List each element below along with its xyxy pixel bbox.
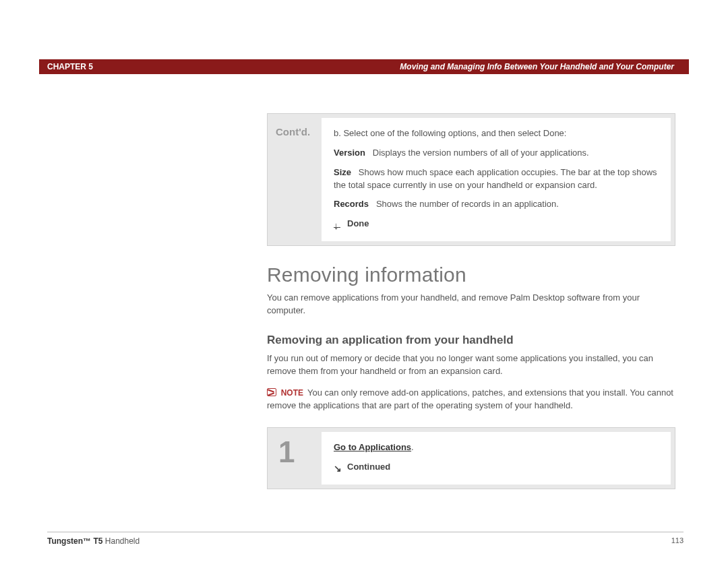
step-body-1: Go to Applications. Continued	[322, 432, 671, 485]
section-paragraph: You can remove applications from your ha…	[267, 292, 675, 317]
term-version: Version	[334, 148, 365, 158]
continued-label: Continued	[347, 461, 390, 474]
chapter-title: Moving and Managing Info Between Your Ha…	[400, 62, 674, 71]
arrow-down-icon	[334, 220, 343, 229]
subsection-heading: Removing an application from your handhe…	[267, 334, 675, 347]
note-label: NOTE	[281, 388, 303, 398]
term-records: Records	[334, 199, 369, 209]
done-label: Done	[347, 218, 369, 230]
def-records: Records Shows the number of records in a…	[334, 198, 659, 211]
subsection-paragraph: If you run out of memory or decide that …	[267, 352, 675, 378]
step-body-contd: b. Select one of the following options, …	[322, 118, 671, 241]
def-size: Size Shows how much space each applicati…	[334, 166, 659, 192]
arrow-diagonal-icon	[334, 462, 343, 472]
section-heading: Removing information	[267, 263, 675, 286]
desc-records: Shows the number of records in an applic…	[376, 199, 559, 209]
desc-size: Shows how much space each application oc…	[334, 167, 657, 190]
chapter-header: CHAPTER 5 Moving and Managing Info Betwe…	[39, 59, 689, 74]
step-box-contd: Cont'd. b. Select one of the following o…	[267, 113, 675, 246]
footer-product: Tungsten™ T5 Handheld	[47, 536, 140, 546]
term-size: Size	[334, 167, 351, 177]
continued-marker: Continued	[334, 461, 659, 474]
step-link-line: Go to Applications.	[334, 441, 659, 454]
note-icon	[267, 388, 276, 396]
go-to-applications-link[interactable]: Go to Applications	[334, 442, 411, 452]
footer-product-bold: Tungsten™ T5	[47, 536, 102, 546]
step-box-1: 1 Go to Applications. Continued	[267, 427, 675, 489]
page-number: 113	[671, 536, 684, 546]
step-label-contd: Cont'd.	[268, 114, 322, 245]
step-number: 1	[268, 428, 322, 489]
footer-product-rest: Handheld	[102, 536, 140, 546]
def-version: Version Displays the version numbers of …	[334, 147, 659, 160]
desc-version: Displays the version numbers of all of y…	[373, 148, 589, 158]
page-footer: Tungsten™ T5 Handheld 113	[47, 532, 684, 546]
step-intro: b. Select one of the following options, …	[334, 127, 659, 140]
note-text: You can only remove add-on applications,…	[267, 387, 673, 410]
chapter-label: CHAPTER 5	[47, 62, 93, 71]
done-marker: Done	[334, 218, 659, 230]
note-block: NOTEYou can only remove add-on applicati…	[267, 387, 675, 412]
